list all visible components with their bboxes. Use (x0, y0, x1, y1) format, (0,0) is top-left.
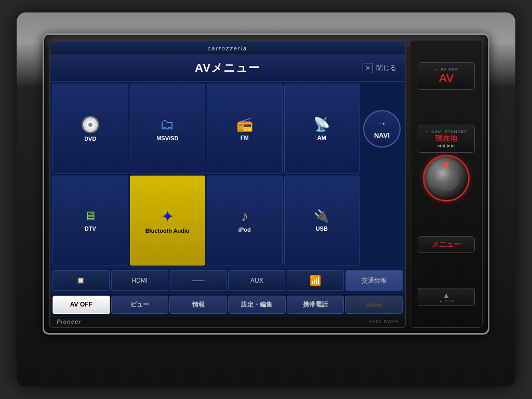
ipod-label: iPod (238, 227, 251, 233)
right-control-panel: ← AV OFF AV ← NAVI STANDBY 現在地 |◀◀ ▶▶| メ… (410, 40, 483, 328)
eject-small-label: ▲ OPEN (439, 299, 454, 303)
menu-button[interactable]: メニュー (418, 236, 475, 253)
screen-area: carrozzeria AVメニュー ✕ 閉じる DVD (49, 40, 406, 328)
pioneer-logo: Pioneer (57, 318, 81, 325)
av-off-small-label: ← AV OFF (434, 67, 458, 72)
dtv-icon: 🖥 (84, 209, 97, 223)
navi-label: NAVI (374, 131, 390, 139)
disc-icon (82, 116, 99, 134)
grid-cell-dvd[interactable]: DVD (52, 84, 128, 174)
am-icon: 📡 (313, 116, 330, 132)
seek-label: |◀◀ ▶▶| (436, 143, 456, 148)
knob-area: ← NAVI STANDBY 現在地 |◀◀ ▶▶| (418, 125, 475, 202)
grid-cell-ipod[interactable]: ♪ iPod (207, 176, 283, 266)
dvd-label: DVD (84, 136, 96, 142)
unit-frame: carrozzeria AVメニュー ✕ 閉じる DVD (43, 33, 489, 335)
tab-settings[interactable]: 設定・編集 (228, 296, 286, 314)
av-off-button[interactable]: ← AV OFF AV (418, 62, 475, 90)
source-cell-traffic[interactable]: 交通情報 (345, 270, 403, 291)
tab-extra-label: ■■■■ (366, 301, 381, 309)
tab-avoff[interactable]: AV OFF (52, 296, 110, 314)
menu-big-label: メニュー (432, 240, 461, 249)
grid-cell-dtv[interactable]: 🖥 DTV (52, 176, 128, 266)
grid-cell-am[interactable]: 📡 AM (284, 84, 360, 174)
source-cell-aux[interactable]: AUX (228, 270, 285, 291)
knob-inner (433, 165, 459, 191)
am-label: AM (317, 135, 326, 141)
close-label: 閉じる (376, 63, 396, 73)
plug-left-icon: 🔲 (77, 277, 85, 284)
grid-row-2: 🖥 DTV ✦ Bluetooth Audio ♪ iPod 🔌 (52, 176, 403, 266)
msvsd-label: MSV/SD (156, 135, 178, 141)
model-text: AVIC-RW09 (369, 319, 398, 324)
usb-icon: 🔌 (314, 209, 329, 223)
fm-label: FM (241, 135, 249, 141)
usb-label: USB (316, 225, 328, 232)
bottom-tabs: AV OFF ビュー 情報 設定・編集 携帯電話 ■■■■ (50, 293, 405, 316)
tab-phone[interactable]: 携帯電話 (287, 296, 344, 314)
traffic-label: 交通情報 (362, 276, 387, 285)
brand-bar: carrozzeria (50, 41, 405, 55)
aux-label: AUX (250, 277, 263, 284)
hdmi-label: HDMI (131, 277, 148, 284)
ipod-icon: ♪ (241, 208, 248, 224)
source-row: 🔲 HDMI —— AUX 📶 交通情報 (50, 268, 405, 293)
volume-knob[interactable] (423, 155, 470, 202)
grid-cell-usb[interactable]: 🔌 USB (284, 176, 360, 266)
bluetooth-icon: ✦ (161, 207, 174, 225)
av-header: AVメニュー ✕ 閉じる (50, 55, 405, 82)
tab-extra[interactable]: ■■■■ (345, 296, 403, 314)
grid-row-1: DVD 🗂 MSV/SD 📻 FM 📡 AM (52, 84, 403, 174)
av-title: AVメニュー (195, 60, 260, 76)
eject-icon: ▲ (443, 291, 450, 299)
eject-button[interactable]: ▲ ▲ OPEN (418, 288, 475, 306)
navi-arrow-icon: → (377, 118, 387, 129)
sd-icon: 🗂 (160, 116, 175, 133)
knob-indicator (444, 163, 448, 167)
bluetooth-label: Bluetooth Audio (145, 228, 190, 234)
dtv-label: DTV (85, 225, 96, 232)
fm-icon: 📻 (236, 116, 253, 132)
close-button[interactable]: ✕ 閉じる (363, 63, 396, 73)
brand-name: carrozzeria (208, 45, 247, 51)
source-cell-wave[interactable]: 📶 (287, 270, 344, 291)
tab-view[interactable]: ビュー (111, 296, 169, 314)
source-cell-hdmi-left[interactable]: 🔲 (52, 270, 110, 291)
grid-cell-fm[interactable]: 📻 FM (207, 84, 283, 174)
navi-button[interactable]: → NAVI (363, 110, 401, 148)
genchi-big-label: 現在地 (435, 134, 457, 143)
genchi-small-label: ← NAVI STANDBY (425, 129, 468, 134)
tab-info[interactable]: 情報 (169, 296, 227, 314)
wave-icon: 📶 (310, 275, 321, 286)
grid-cell-bluetooth[interactable]: ✦ Bluetooth Audio (130, 176, 206, 266)
navi-spacer (361, 176, 403, 266)
current-location-button[interactable]: ← NAVI STANDBY 現在地 |◀◀ ▶▶| (418, 125, 475, 153)
av-big-label: AV (439, 72, 454, 85)
line-icon: —— (192, 277, 205, 284)
footer-bar: Pioneer AVIC-RW09 (50, 316, 405, 327)
source-cell-line[interactable]: —— (170, 270, 227, 291)
outer-frame: carrozzeria AVメニュー ✕ 閉じる DVD (17, 12, 515, 387)
main-grid: DVD 🗂 MSV/SD 📻 FM 📡 AM (50, 82, 405, 268)
close-icon: ✕ (363, 63, 373, 73)
source-cell-hdmi[interactable]: HDMI (111, 270, 168, 291)
grid-cell-msvsd[interactable]: 🗂 MSV/SD (130, 84, 206, 174)
